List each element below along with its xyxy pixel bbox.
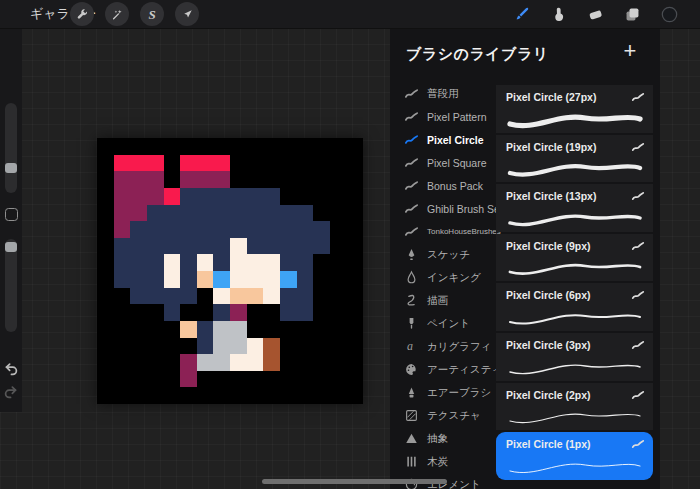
brush-category-エアーブラシ[interactable]: エアーブラシ xyxy=(390,381,496,404)
pixel-cell xyxy=(147,155,164,172)
pixel-cell xyxy=(297,387,314,404)
pixel-cell xyxy=(330,254,347,271)
pixel-cell xyxy=(197,271,214,288)
pixel-cell xyxy=(180,338,197,355)
pixel-cell xyxy=(330,387,347,404)
pixel-cell xyxy=(263,338,280,355)
pixel-cell xyxy=(297,188,314,205)
pixel-cell xyxy=(197,371,214,388)
brush-item-Pixel Circle (1px)[interactable]: Pixel Circle (1px) xyxy=(496,432,653,480)
brush-category-list: 普段用Pixel PatternPixel CirclePixel Square… xyxy=(390,82,496,489)
pixel-cell xyxy=(263,221,280,238)
brush-stroke-icon xyxy=(404,178,419,193)
brush-category-カリグラフィ[interactable]: aカリグラフィ xyxy=(390,335,496,358)
transform-arrow-button[interactable] xyxy=(175,2,199,26)
undo-arrow-icon[interactable] xyxy=(2,360,20,378)
pixel-cell xyxy=(346,205,363,222)
pixel-cell xyxy=(313,188,330,205)
pixel-cell xyxy=(247,205,264,222)
brush-stroke-icon xyxy=(631,140,645,154)
brush-category-スケッチ[interactable]: スケッチ xyxy=(390,243,496,266)
pixel-cell xyxy=(280,188,297,205)
pencil-tip-icon xyxy=(404,247,419,262)
pixel-cell xyxy=(247,238,264,255)
brush-category-label: 抽象 xyxy=(427,432,448,446)
pixel-cell xyxy=(147,271,164,288)
pixel-cell xyxy=(346,288,363,305)
adjustments-wand-button[interactable] xyxy=(105,2,129,26)
pixel-cell xyxy=(130,304,147,321)
modify-button[interactable] xyxy=(5,208,18,221)
pixel-cell xyxy=(164,171,181,188)
brush-opacity-slider-handle[interactable] xyxy=(5,242,17,252)
redo-arrow-icon[interactable] xyxy=(2,383,20,401)
pixel-cell xyxy=(180,321,197,338)
pixel-cell xyxy=(197,321,214,338)
selection-s-button[interactable]: S xyxy=(140,2,164,26)
brush-category-Bonus Pack[interactable]: Bonus Pack xyxy=(390,174,496,197)
pixel-cell xyxy=(346,238,363,255)
pixel-cell xyxy=(97,338,114,355)
brush-category-Pixel Square[interactable]: Pixel Square xyxy=(390,151,496,174)
actions-wrench-button[interactable] xyxy=(70,2,94,26)
pixel-cell xyxy=(213,188,230,205)
drawing-canvas[interactable] xyxy=(97,138,363,404)
brush-item-Pixel Circle (27px)[interactable]: Pixel Circle (27px) xyxy=(496,85,653,133)
brush-item-Pixel Circle (6px)[interactable]: Pixel Circle (6px) xyxy=(496,283,653,331)
brush-category-インキング[interactable]: インキング xyxy=(390,266,496,289)
brush-category-TonkoHouseBrushes[interactable]: TonkoHouseBrushes xyxy=(390,220,496,243)
brush-category-木炭[interactable]: 木炭 xyxy=(390,450,496,473)
pixel-cell xyxy=(230,271,247,288)
pixel-cell xyxy=(114,338,131,355)
layers-button[interactable] xyxy=(620,2,644,26)
brush-opacity-slider[interactable] xyxy=(5,239,17,332)
pixel-cell xyxy=(164,238,181,255)
pixel-cell xyxy=(164,155,181,172)
pixel-cell xyxy=(280,321,297,338)
pixel-cell xyxy=(346,354,363,371)
brush-category-Pixel Pattern[interactable]: Pixel Pattern xyxy=(390,105,496,128)
add-brush-button[interactable]: + xyxy=(618,38,642,64)
brush-name: Pixel Circle (19px) xyxy=(506,141,596,153)
brush-category-テクスチャ[interactable]: テクスチャ xyxy=(390,404,496,427)
brush-size-slider[interactable] xyxy=(5,103,17,193)
brush-category-label: Pixel Square xyxy=(427,157,487,169)
pixel-cell xyxy=(97,321,114,338)
pixel-cell xyxy=(280,338,297,355)
brush-category-Ghibli Brush Set[interactable]: Ghibli Brush Set xyxy=(390,197,496,220)
brush-category-描画[interactable]: 描画 xyxy=(390,289,496,312)
eraser-button[interactable] xyxy=(583,2,607,26)
brush-item-Pixel Circle (13px)[interactable]: Pixel Circle (13px) xyxy=(496,184,653,232)
brush-item-Pixel Circle (19px)[interactable]: Pixel Circle (19px) xyxy=(496,135,653,183)
pixel-cell xyxy=(197,338,214,355)
home-indicator[interactable] xyxy=(262,479,447,484)
pixel-cell xyxy=(197,188,214,205)
brush-category-ペイント[interactable]: ペイント xyxy=(390,312,496,335)
pixel-cell xyxy=(180,254,197,271)
pixel-cell xyxy=(114,155,131,172)
pixel-cell xyxy=(297,238,314,255)
airbrush-icon xyxy=(404,385,419,400)
brush-category-Pixel Circle[interactable]: Pixel Circle xyxy=(390,128,496,151)
brush-category-アーティスティック[interactable]: アーティスティック xyxy=(390,358,496,381)
color-swatch-button[interactable] xyxy=(657,2,681,26)
brush-size-slider-handle[interactable] xyxy=(5,163,17,173)
brush-stroke-icon xyxy=(631,239,645,253)
paint-brush-button[interactable] xyxy=(509,2,533,26)
brush-category-普段用[interactable]: 普段用 xyxy=(390,82,496,105)
pixel-cell xyxy=(213,138,230,155)
brush-item-Pixel Circle (2px)[interactable]: Pixel Circle (2px) xyxy=(496,383,653,431)
brush-category-抽象[interactable]: 抽象 xyxy=(390,427,496,450)
brush-item-Pixel Circle (3px)[interactable]: Pixel Circle (3px) xyxy=(496,333,653,381)
smudge-finger-button[interactable] xyxy=(546,2,570,26)
pixel-cell xyxy=(147,238,164,255)
brush-stroke-preview xyxy=(500,106,649,132)
pixel-cell xyxy=(280,171,297,188)
pixel-cell xyxy=(247,288,264,305)
pixel-cell xyxy=(97,138,114,155)
pixel-cell xyxy=(330,271,347,288)
brush-name: Pixel Circle (9px) xyxy=(506,240,591,252)
pixel-cell xyxy=(213,238,230,255)
brush-item-Pixel Circle (9px)[interactable]: Pixel Circle (9px) xyxy=(496,234,653,282)
pixel-cell xyxy=(213,171,230,188)
